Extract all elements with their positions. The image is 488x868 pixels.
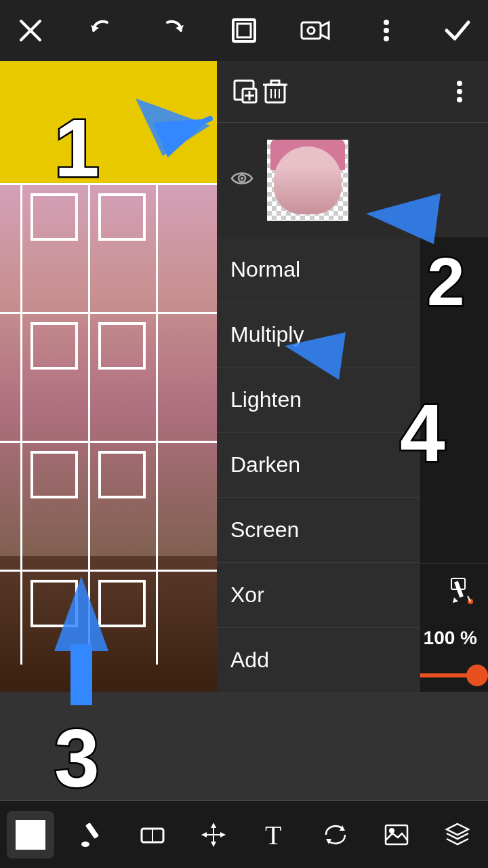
svg-rect-4 bbox=[302, 22, 321, 39]
eraser-tool-button[interactable] bbox=[129, 811, 176, 859]
svg-text:T: T bbox=[265, 820, 281, 850]
svg-point-5 bbox=[308, 27, 314, 34]
paint-bucket-icon[interactable] bbox=[447, 576, 477, 606]
layers-tool-button[interactable] bbox=[434, 811, 481, 859]
move-tool-button[interactable] bbox=[190, 811, 237, 859]
opacity-value: 100 % bbox=[424, 627, 477, 649]
layer-header bbox=[217, 61, 488, 122]
svg-marker-35 bbox=[220, 832, 226, 837]
svg-point-21 bbox=[457, 97, 462, 102]
eye-icon[interactable] bbox=[230, 170, 253, 191]
blend-add[interactable]: Add bbox=[217, 628, 420, 693]
bottom-toolbar: T bbox=[0, 800, 488, 868]
delete-layer-button[interactable] bbox=[260, 77, 290, 106]
svg-point-19 bbox=[457, 81, 462, 86]
video-button[interactable] bbox=[298, 14, 332, 47]
image-tool-button[interactable] bbox=[373, 811, 420, 859]
svg-point-29 bbox=[81, 842, 89, 847]
svg-point-23 bbox=[241, 177, 243, 180]
blend-darken[interactable]: Darken bbox=[217, 433, 420, 498]
layer-thumbnail-row bbox=[217, 122, 488, 237]
color-square-icon bbox=[16, 820, 45, 850]
layer-thumbnail[interactable] bbox=[267, 140, 348, 221]
blend-xor[interactable]: Xor bbox=[217, 563, 420, 628]
right-panel: Normal Multiply Lighten Darken Screen Xo… bbox=[217, 61, 488, 692]
svg-point-42 bbox=[389, 828, 394, 833]
blend-lighten[interactable]: Lighten bbox=[217, 368, 420, 433]
close-button[interactable] bbox=[14, 14, 47, 47]
opacity-slider-thumb[interactable] bbox=[466, 665, 488, 686]
svg-marker-39 bbox=[340, 825, 345, 831]
text-tool-button[interactable]: T bbox=[251, 811, 298, 859]
canvas-area[interactable] bbox=[0, 61, 217, 692]
svg-rect-3 bbox=[237, 24, 251, 37]
svg-point-6 bbox=[384, 20, 389, 25]
blend-multiply[interactable]: Multiply bbox=[217, 302, 420, 368]
blend-normal[interactable]: Normal bbox=[217, 237, 420, 302]
top-toolbar bbox=[0, 0, 488, 61]
blend-screen[interactable]: Screen bbox=[217, 498, 420, 563]
undo-button[interactable] bbox=[85, 14, 119, 47]
svg-rect-15 bbox=[271, 81, 279, 85]
brush-tool-button[interactable] bbox=[68, 811, 115, 859]
svg-marker-34 bbox=[201, 832, 207, 837]
svg-marker-43 bbox=[447, 824, 468, 835]
crop-button[interactable] bbox=[227, 14, 261, 47]
blend-mode-list: Normal Multiply Lighten Darken Screen Xo… bbox=[217, 237, 420, 693]
svg-marker-32 bbox=[211, 823, 216, 828]
svg-marker-33 bbox=[211, 842, 216, 847]
svg-point-20 bbox=[457, 89, 462, 94]
layer-more-button[interactable] bbox=[445, 77, 474, 106]
transform-tool-button[interactable] bbox=[312, 811, 359, 859]
svg-point-7 bbox=[384, 28, 389, 33]
svg-point-8 bbox=[384, 36, 389, 41]
redo-button[interactable] bbox=[156, 14, 190, 47]
color-tool-button[interactable] bbox=[7, 811, 54, 859]
confirm-button[interactable] bbox=[441, 14, 474, 47]
svg-rect-28 bbox=[85, 822, 99, 838]
more-button[interactable] bbox=[369, 14, 403, 47]
add-layer-button[interactable] bbox=[230, 77, 260, 106]
annotation-3: 3 bbox=[54, 713, 100, 804]
svg-marker-40 bbox=[326, 839, 331, 844]
